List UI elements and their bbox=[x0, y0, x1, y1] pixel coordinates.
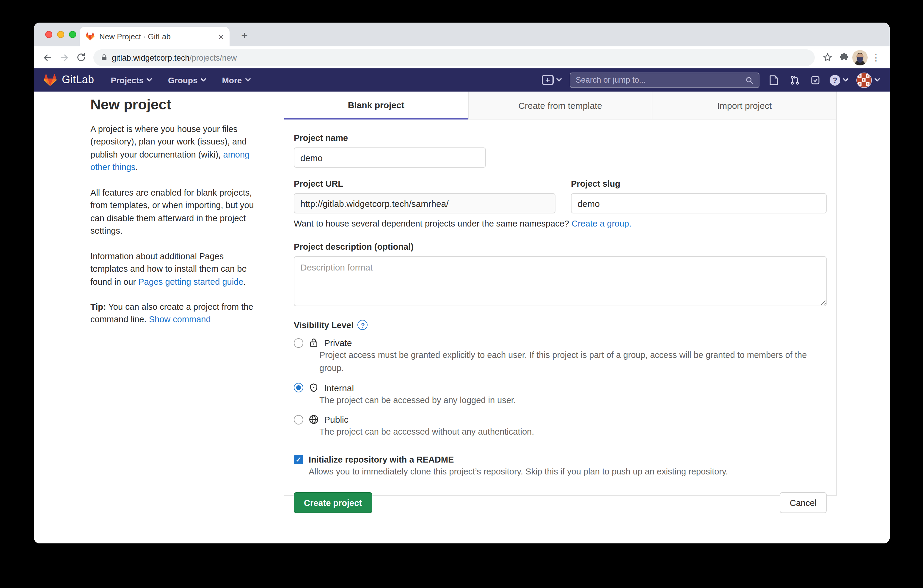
tab-blank-project[interactable]: Blank project bbox=[284, 92, 468, 120]
url-bar[interactable]: gitlab.widgetcorp.tech/projects/new bbox=[94, 49, 815, 66]
form-actions: Create project Cancel bbox=[294, 492, 827, 513]
project-description-label: Project description (optional) bbox=[294, 242, 827, 251]
browser-profile-avatar[interactable] bbox=[852, 50, 868, 65]
sidebar-paragraph: Information about additional Pages templ… bbox=[90, 250, 261, 288]
browser-tab[interactable]: New Project · GitLab × bbox=[80, 27, 230, 46]
readme-label: Initialize repository with a README bbox=[309, 455, 454, 464]
visibility-option-label: Public bbox=[324, 415, 348, 425]
visibility-level-header: Visibility Level ? bbox=[294, 320, 827, 330]
radio-public[interactable] bbox=[294, 415, 303, 424]
gitlab-tanuki-icon bbox=[43, 74, 57, 87]
project-type-tabs: Blank project Create from template Impor… bbox=[284, 92, 836, 120]
browser-toolbar: gitlab.widgetcorp.tech/projects/new ⋮ bbox=[34, 46, 890, 68]
visibility-option-description: The project can be accessed by any logge… bbox=[319, 394, 827, 407]
chevron-down-icon bbox=[556, 78, 562, 82]
todos-button[interactable] bbox=[809, 74, 822, 87]
gitlab-wordmark: GitLab bbox=[62, 74, 94, 86]
new-project-panel: Blank project Create from template Impor… bbox=[284, 92, 837, 496]
close-window-button[interactable] bbox=[45, 31, 53, 38]
bookmark-button[interactable] bbox=[819, 49, 836, 66]
url-slug-row: Project URL Project slug bbox=[294, 179, 827, 214]
new-menu-button[interactable]: + bbox=[542, 75, 562, 85]
readme-checkbox[interactable]: ✓ bbox=[294, 455, 303, 464]
tab-close-icon[interactable]: × bbox=[218, 32, 223, 41]
url-host: gitlab.widgetcorp.tech bbox=[112, 53, 189, 62]
gitlab-logo[interactable]: GitLab bbox=[43, 74, 94, 87]
readme-description: Allows you to immediately clone this pro… bbox=[309, 467, 827, 476]
minimize-window-button[interactable] bbox=[57, 31, 64, 38]
project-description-textarea[interactable] bbox=[294, 256, 827, 306]
menu-groups[interactable]: Groups bbox=[168, 75, 207, 85]
visibility-option-internal: Internal The project can be accessed by … bbox=[294, 383, 827, 407]
cancel-button[interactable]: Cancel bbox=[780, 492, 827, 513]
menu-more[interactable]: More bbox=[222, 75, 251, 85]
chevron-down-icon bbox=[245, 78, 251, 82]
chevron-down-icon bbox=[874, 78, 880, 82]
new-tab-button[interactable]: + bbox=[236, 27, 253, 44]
visibility-option-public: Public The project can be accessed witho… bbox=[294, 415, 827, 439]
create-project-button[interactable]: Create project bbox=[294, 492, 372, 513]
project-slug-input[interactable] bbox=[571, 193, 827, 214]
tip-label: Tip: bbox=[90, 302, 106, 312]
project-url-field: Project URL bbox=[294, 179, 555, 214]
identicon bbox=[857, 73, 870, 87]
browser-menu-button[interactable]: ⋮ bbox=[868, 49, 884, 66]
kebab-menu-icon: ⋮ bbox=[872, 52, 880, 63]
visibility-option-description: The project can be accessed without any … bbox=[319, 426, 827, 439]
plus-icon: + bbox=[542, 75, 553, 85]
gitlab-main-menu: Projects Groups More bbox=[111, 75, 251, 85]
create-a-group-link[interactable]: Create a group. bbox=[572, 219, 632, 228]
visibility-option-private: Private Project access must be granted e… bbox=[294, 338, 827, 375]
radio-internal[interactable] bbox=[294, 383, 303, 393]
visibility-help-icon[interactable]: ? bbox=[358, 320, 368, 330]
back-button[interactable] bbox=[39, 49, 56, 66]
tab-title: New Project · GitLab bbox=[99, 32, 214, 41]
refresh-button[interactable] bbox=[72, 49, 89, 66]
profile-photo bbox=[852, 50, 868, 65]
search-input[interactable] bbox=[576, 76, 745, 84]
global-search[interactable] bbox=[570, 72, 759, 88]
project-url-input[interactable] bbox=[294, 193, 555, 214]
gitlab-navbar-right: + ? bbox=[542, 72, 880, 88]
tab-create-from-template[interactable]: Create from template bbox=[468, 92, 652, 120]
star-icon bbox=[822, 52, 832, 62]
show-command-link[interactable]: Show command bbox=[149, 315, 211, 324]
tab-import-project[interactable]: Import project bbox=[652, 92, 836, 120]
issues-doc-icon bbox=[769, 75, 778, 85]
lock-icon bbox=[309, 338, 319, 348]
namespace-hint: Want to house several dependent projects… bbox=[294, 219, 827, 228]
browser-tabstrip: New Project · GitLab × + bbox=[34, 23, 890, 46]
project-url-label: Project URL bbox=[294, 179, 555, 189]
url-path: /projects/new bbox=[189, 53, 237, 62]
forward-arrow-icon bbox=[59, 52, 70, 63]
project-slug-field: Project slug bbox=[571, 179, 827, 214]
visibility-option-label: Internal bbox=[324, 383, 354, 393]
merge-requests-button[interactable] bbox=[788, 74, 801, 87]
radio-private[interactable] bbox=[294, 338, 303, 348]
check-icon: ✓ bbox=[296, 455, 301, 464]
todo-check-icon bbox=[811, 75, 820, 85]
traffic-lights bbox=[45, 31, 76, 38]
forward-button[interactable] bbox=[56, 49, 72, 66]
issues-button[interactable] bbox=[767, 74, 780, 87]
page-title: New project bbox=[90, 96, 261, 113]
sidebar-paragraph: A project is where you house your files … bbox=[90, 123, 261, 174]
gitlab-favicon-icon bbox=[85, 32, 95, 41]
help-menu-button[interactable]: ? bbox=[829, 75, 849, 85]
readme-field: ✓ Initialize repository with a README Al… bbox=[294, 455, 827, 476]
visibility-level-label: Visibility Level bbox=[294, 320, 353, 330]
shield-icon bbox=[309, 383, 319, 393]
chevron-down-icon bbox=[843, 78, 849, 82]
extensions-button[interactable] bbox=[836, 49, 852, 66]
blank-project-form: Project name Project URL Project slug Wa… bbox=[284, 120, 836, 513]
project-name-input[interactable] bbox=[294, 148, 486, 168]
sidebar-paragraph: All features are enabled for blank proje… bbox=[90, 187, 261, 238]
chevron-down-icon bbox=[201, 78, 207, 82]
gitlab-navbar: GitLab Projects Groups More + bbox=[34, 68, 890, 92]
zoom-window-button[interactable] bbox=[69, 31, 76, 38]
padlock-icon bbox=[100, 54, 108, 61]
desktop-background: New Project · GitLab × + gitlab.widgetco… bbox=[0, 0, 923, 588]
menu-projects[interactable]: Projects bbox=[111, 75, 153, 85]
pages-guide-link[interactable]: Pages getting started guide bbox=[138, 277, 243, 286]
user-menu-button[interactable] bbox=[856, 72, 880, 88]
